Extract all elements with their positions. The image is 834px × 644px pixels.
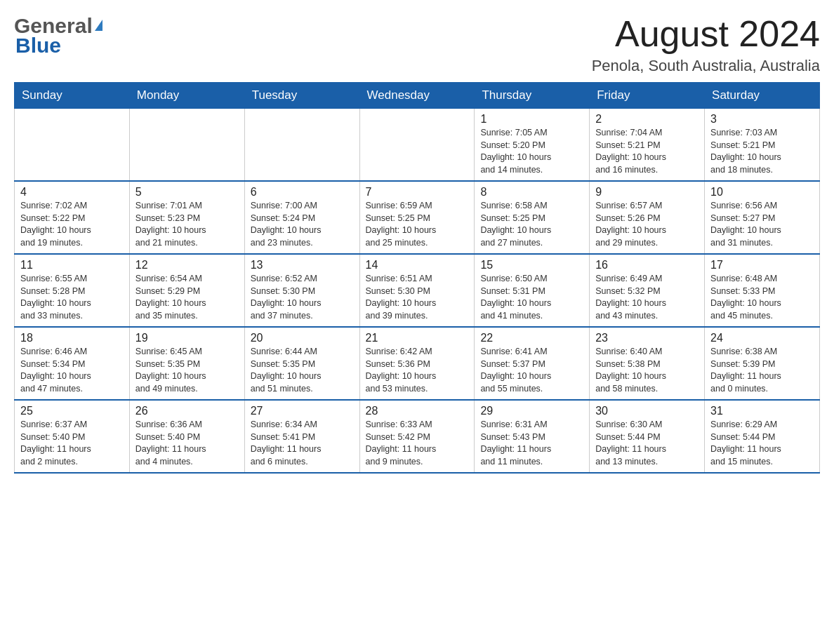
day-detail: Sunrise: 7:02 AM Sunset: 5:22 PM Dayligh… [20,200,124,249]
calendar-cell: 3Sunrise: 7:03 AM Sunset: 5:21 PM Daylig… [705,109,820,182]
weekday-header-wednesday: Wednesday [359,83,475,109]
calendar-week-row: 4Sunrise: 7:02 AM Sunset: 5:22 PM Daylig… [15,181,820,254]
day-detail: Sunrise: 6:41 AM Sunset: 5:37 PM Dayligh… [480,346,583,395]
day-detail: Sunrise: 6:37 AM Sunset: 5:40 PM Dayligh… [20,419,124,468]
day-detail: Sunrise: 6:31 AM Sunset: 5:43 PM Dayligh… [480,419,583,468]
calendar-cell: 22Sunrise: 6:41 AM Sunset: 5:37 PM Dayli… [475,327,590,400]
day-detail: Sunrise: 7:01 AM Sunset: 5:23 PM Dayligh… [135,200,239,249]
weekday-header-row: SundayMondayTuesdayWednesdayThursdayFrid… [15,83,820,109]
day-number: 11 [20,259,124,271]
calendar-cell: 14Sunrise: 6:51 AM Sunset: 5:30 PM Dayli… [359,254,475,327]
day-number: 30 [595,405,699,417]
day-number: 21 [366,332,469,344]
day-number: 8 [480,186,583,199]
day-detail: Sunrise: 6:44 AM Sunset: 5:35 PM Dayligh… [251,346,354,395]
day-number: 5 [135,186,239,199]
day-number: 25 [20,405,124,417]
day-number: 23 [595,332,699,344]
month-title: August 2024 [592,14,820,54]
day-detail: Sunrise: 6:48 AM Sunset: 5:33 PM Dayligh… [710,273,814,322]
day-detail: Sunrise: 6:40 AM Sunset: 5:38 PM Dayligh… [595,346,699,395]
day-detail: Sunrise: 6:38 AM Sunset: 5:39 PM Dayligh… [710,346,814,395]
page-header: General Blue August 2024 Penola, South A… [14,14,820,75]
day-number: 19 [135,332,239,344]
day-number: 16 [595,259,699,271]
calendar-cell: 8Sunrise: 6:58 AM Sunset: 5:25 PM Daylig… [475,181,590,254]
logo-blue-text: Blue [15,34,61,58]
calendar-cell: 25Sunrise: 6:37 AM Sunset: 5:40 PM Dayli… [15,400,130,473]
calendar-cell: 11Sunrise: 6:55 AM Sunset: 5:28 PM Dayli… [15,254,130,327]
calendar-cell: 28Sunrise: 6:33 AM Sunset: 5:42 PM Dayli… [359,400,475,473]
day-number: 15 [480,259,583,271]
day-number: 28 [366,405,469,417]
location-title: Penola, South Australia, Australia [592,57,820,75]
day-detail: Sunrise: 6:51 AM Sunset: 5:30 PM Dayligh… [366,273,469,322]
weekday-header-monday: Monday [129,83,244,109]
day-number: 14 [366,259,469,271]
calendar-week-row: 18Sunrise: 6:46 AM Sunset: 5:34 PM Dayli… [15,327,820,400]
day-number: 2 [595,113,699,126]
day-number: 29 [480,405,583,417]
calendar-cell: 12Sunrise: 6:54 AM Sunset: 5:29 PM Dayli… [129,254,244,327]
day-number: 27 [251,405,354,417]
calendar-cell: 15Sunrise: 6:50 AM Sunset: 5:31 PM Dayli… [475,254,590,327]
calendar-cell: 29Sunrise: 6:31 AM Sunset: 5:43 PM Dayli… [475,400,590,473]
day-detail: Sunrise: 6:36 AM Sunset: 5:40 PM Dayligh… [135,419,239,468]
weekday-header-friday: Friday [590,83,705,109]
day-detail: Sunrise: 6:50 AM Sunset: 5:31 PM Dayligh… [480,273,583,322]
calendar-cell [15,109,130,182]
calendar-table: SundayMondayTuesdayWednesdayThursdayFrid… [14,82,820,474]
day-detail: Sunrise: 6:59 AM Sunset: 5:25 PM Dayligh… [366,200,469,249]
calendar-week-row: 25Sunrise: 6:37 AM Sunset: 5:40 PM Dayli… [15,400,820,473]
calendar-cell [244,109,359,182]
day-number: 13 [251,259,354,271]
day-detail: Sunrise: 6:29 AM Sunset: 5:44 PM Dayligh… [710,419,814,468]
calendar-cell: 4Sunrise: 7:02 AM Sunset: 5:22 PM Daylig… [15,181,130,254]
day-number: 12 [135,259,239,271]
calendar-cell: 17Sunrise: 6:48 AM Sunset: 5:33 PM Dayli… [705,254,820,327]
calendar-cell: 27Sunrise: 6:34 AM Sunset: 5:41 PM Dayli… [244,400,359,473]
day-number: 18 [20,332,124,344]
calendar-week-row: 11Sunrise: 6:55 AM Sunset: 5:28 PM Dayli… [15,254,820,327]
calendar-cell: 26Sunrise: 6:36 AM Sunset: 5:40 PM Dayli… [129,400,244,473]
calendar-cell [359,109,475,182]
logo-triangle-icon [95,20,102,31]
calendar-cell: 19Sunrise: 6:45 AM Sunset: 5:35 PM Dayli… [129,327,244,400]
day-detail: Sunrise: 6:46 AM Sunset: 5:34 PM Dayligh… [20,346,124,395]
calendar-cell: 6Sunrise: 7:00 AM Sunset: 5:24 PM Daylig… [244,181,359,254]
day-detail: Sunrise: 7:00 AM Sunset: 5:24 PM Dayligh… [251,200,354,249]
title-block: August 2024 Penola, South Australia, Aus… [592,14,820,75]
calendar-cell: 18Sunrise: 6:46 AM Sunset: 5:34 PM Dayli… [15,327,130,400]
day-number: 4 [20,186,124,199]
calendar-cell: 1Sunrise: 7:05 AM Sunset: 5:20 PM Daylig… [475,109,590,182]
day-number: 20 [251,332,354,344]
day-detail: Sunrise: 6:30 AM Sunset: 5:44 PM Dayligh… [595,419,699,468]
day-number: 6 [251,186,354,199]
calendar-cell: 7Sunrise: 6:59 AM Sunset: 5:25 PM Daylig… [359,181,475,254]
day-detail: Sunrise: 6:45 AM Sunset: 5:35 PM Dayligh… [135,346,239,395]
logo: General Blue [14,14,102,58]
calendar-cell [129,109,244,182]
calendar-week-row: 1Sunrise: 7:05 AM Sunset: 5:20 PM Daylig… [15,109,820,182]
calendar-cell: 10Sunrise: 6:56 AM Sunset: 5:27 PM Dayli… [705,181,820,254]
day-number: 24 [710,332,814,344]
calendar-cell: 23Sunrise: 6:40 AM Sunset: 5:38 PM Dayli… [590,327,705,400]
calendar-cell: 2Sunrise: 7:04 AM Sunset: 5:21 PM Daylig… [590,109,705,182]
calendar-cell: 13Sunrise: 6:52 AM Sunset: 5:30 PM Dayli… [244,254,359,327]
day-detail: Sunrise: 6:33 AM Sunset: 5:42 PM Dayligh… [366,419,469,468]
day-number: 9 [595,186,699,199]
day-number: 1 [480,113,583,126]
day-detail: Sunrise: 6:42 AM Sunset: 5:36 PM Dayligh… [366,346,469,395]
day-number: 17 [710,259,814,271]
day-detail: Sunrise: 6:56 AM Sunset: 5:27 PM Dayligh… [710,200,814,249]
day-detail: Sunrise: 6:54 AM Sunset: 5:29 PM Dayligh… [135,273,239,322]
day-detail: Sunrise: 6:57 AM Sunset: 5:26 PM Dayligh… [595,200,699,249]
day-detail: Sunrise: 6:34 AM Sunset: 5:41 PM Dayligh… [251,419,354,468]
calendar-cell: 5Sunrise: 7:01 AM Sunset: 5:23 PM Daylig… [129,181,244,254]
day-number: 3 [710,113,814,126]
calendar-cell: 24Sunrise: 6:38 AM Sunset: 5:39 PM Dayli… [705,327,820,400]
calendar-header: SundayMondayTuesdayWednesdayThursdayFrid… [15,83,820,109]
calendar-cell: 20Sunrise: 6:44 AM Sunset: 5:35 PM Dayli… [244,327,359,400]
day-detail: Sunrise: 7:05 AM Sunset: 5:20 PM Dayligh… [480,127,583,176]
calendar-cell: 30Sunrise: 6:30 AM Sunset: 5:44 PM Dayli… [590,400,705,473]
